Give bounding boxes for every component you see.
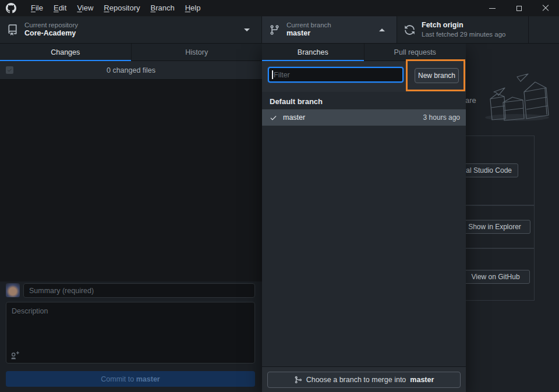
maximize-button[interactable] [505, 0, 532, 16]
selected-check-icon [270, 114, 277, 122]
fetch-origin-title: Fetch origin [422, 21, 506, 30]
fetch-origin-button[interactable]: Fetch origin Last fetched 29 minutes ago [397, 16, 529, 43]
commit-button[interactable]: Commit to master [6, 371, 255, 387]
menu-file[interactable]: File [26, 0, 48, 16]
current-branch-value: master [286, 29, 331, 38]
tab-branches[interactable]: Branches [262, 44, 364, 60]
current-branch-selector[interactable]: Current branch master [262, 16, 397, 43]
user-avatar [6, 283, 20, 297]
current-repository-selector[interactable]: Current repository Core-Academy [0, 16, 262, 43]
show-in-explorer-button[interactable]: Show in Explorer [459, 220, 530, 234]
fetch-origin-subtitle: Last fetched 29 minutes ago [422, 30, 506, 38]
git-merge-icon [294, 376, 302, 384]
changes-panel: Changes History 0 changed files Commit t… [0, 44, 262, 392]
repo-icon [7, 24, 18, 35]
menu-help[interactable]: Help [180, 0, 206, 16]
branch-name: master [283, 113, 305, 122]
merge-footer: Choose a branch to merge into master [262, 366, 466, 392]
default-branch-header: Default branch [262, 92, 466, 109]
menubar: File Edit View Repository Branch Help [26, 0, 206, 16]
titlebar: File Edit View Repository Branch Help [0, 0, 559, 16]
add-coauthor-icon[interactable] [10, 351, 19, 360]
check-icon [7, 67, 12, 73]
tab-pull-requests[interactable]: Pull requests [364, 44, 466, 60]
merge-button-text: Choose a branch to merge into [306, 376, 406, 384]
commit-button-text: Commit to [101, 375, 136, 383]
new-branch-button[interactable]: New branch [415, 68, 459, 83]
github-desktop-window: are sual Studio Code Show in Explorer Vi… [0, 0, 559, 392]
menu-edit[interactable]: Edit [48, 0, 72, 16]
branch-list: Default branch master 3 hours ago [262, 92, 466, 366]
commit-summary-input[interactable] [23, 283, 255, 298]
toolbar: Current repository Core-Academy Current … [0, 16, 559, 44]
branches-pr-tabbar: Branches Pull requests [262, 44, 466, 61]
tab-history[interactable]: History [131, 44, 263, 60]
window-controls [479, 0, 559, 16]
menu-view[interactable]: View [72, 0, 98, 16]
minimize-icon [489, 8, 496, 9]
maximize-icon [516, 6, 522, 11]
minimize-button[interactable] [479, 0, 505, 16]
commit-button-branch: master [136, 375, 160, 383]
merge-button-branch: master [410, 376, 434, 384]
chevron-down-icon [244, 28, 250, 31]
commit-description-wrap [6, 302, 255, 364]
sync-icon [404, 24, 415, 35]
current-repository-value: Core-Academy [24, 29, 78, 38]
changes-history-tabbar: Changes History [0, 44, 262, 61]
select-all-checkbox[interactable] [6, 66, 13, 74]
changed-files-header: 0 changed files [0, 61, 262, 80]
github-logo-icon [6, 3, 16, 13]
changed-files-count: 0 changed files [107, 66, 155, 74]
branch-last-updated: 3 hours ago [423, 113, 460, 122]
branch-dropdown: Branches Pull requests New branch Defaul… [262, 44, 466, 392]
view-on-github-button[interactable]: View on GitHub [461, 270, 530, 284]
close-icon [542, 5, 549, 12]
toolbar-spacer [529, 16, 559, 43]
text-caret [272, 70, 273, 79]
current-repository-label: Current repository [24, 21, 78, 29]
background-text-fragment: are [465, 96, 476, 105]
chevron-up-icon [379, 28, 385, 31]
menu-repository[interactable]: Repository [98, 0, 145, 16]
merge-branch-button[interactable]: Choose a branch to merge into master [267, 372, 461, 388]
close-button[interactable] [532, 0, 559, 16]
commit-form: Commit to master [0, 281, 262, 392]
current-branch-label: Current branch [286, 21, 331, 29]
branch-filter-input[interactable] [268, 67, 404, 83]
branch-filter-bar: New branch [262, 61, 466, 92]
branch-row-master[interactable]: master 3 hours ago [262, 109, 466, 126]
git-branch-icon [269, 24, 280, 35]
menu-branch[interactable]: Branch [145, 0, 179, 16]
boxes-illustration [466, 47, 559, 125]
commit-description-input[interactable] [6, 302, 255, 364]
tab-changes[interactable]: Changes [0, 44, 131, 60]
